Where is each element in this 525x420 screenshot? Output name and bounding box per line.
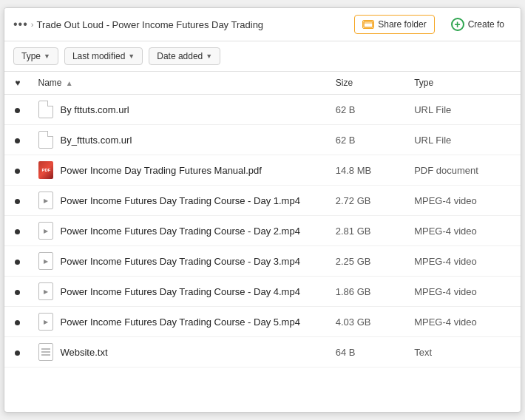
size-cell: 64 B (328, 337, 407, 368)
favorite-cell[interactable] (4, 216, 30, 246)
file-row-name: PDF Power Income Day Trading Futures Man… (38, 160, 320, 180)
file-row-name: Power Income Futures Day Trading Course … (38, 191, 320, 210)
favorite-cell[interactable] (4, 307, 30, 337)
main-window: ••• › Trade Out Loud - Power Income Futu… (4, 7, 521, 413)
file-name: Power Income Futures Day Trading Course … (60, 226, 299, 237)
file-icon-container (38, 282, 54, 301)
pdf-icon: PDF (38, 161, 53, 179)
table-row[interactable]: By_fttuts.com.url 62 B URL File (4, 125, 521, 155)
table-row[interactable]: Website.txt 64 B Text (4, 337, 521, 368)
type-cell: PDF document (407, 155, 521, 186)
date-added-filter-caret: ▼ (206, 52, 212, 60)
date-added-filter-button[interactable]: Date added ▼ (149, 47, 220, 65)
video-icon (38, 313, 53, 331)
file-row-name: Power Income Futures Day Trading Course … (38, 282, 320, 301)
name-cell: By fttuts.com.url (30, 95, 328, 125)
name-cell: By_fttuts.com.url (30, 125, 328, 155)
type-cell: MPEG-4 video (407, 186, 521, 216)
name-column-header[interactable]: Name ▲ (30, 72, 328, 95)
table-row[interactable]: Power Income Futures Day Trading Course … (4, 186, 521, 216)
table-row[interactable]: Power Income Futures Day Trading Course … (4, 216, 521, 246)
file-icon-container (38, 100, 54, 119)
create-icon: + (451, 18, 464, 31)
table-row[interactable]: Power Income Futures Day Trading Course … (4, 277, 521, 307)
size-cell: 1.86 GB (328, 277, 407, 307)
more-options-button[interactable]: ••• (13, 18, 28, 31)
favorite-column-header[interactable]: ♥ (4, 72, 30, 95)
header-actions: Share folder + Create fo (354, 14, 512, 35)
name-cell: Power Income Futures Day Trading Course … (30, 246, 328, 277)
table-row[interactable]: Power Income Futures Day Trading Course … (4, 246, 521, 277)
type-filter-caret: ▼ (44, 52, 50, 60)
favorite-dot (15, 350, 20, 356)
favorite-cell[interactable] (4, 337, 30, 368)
favorite-cell[interactable] (4, 155, 30, 186)
favorite-dot (15, 229, 20, 234)
last-modified-filter-button[interactable]: Last modified ▼ (64, 47, 143, 65)
favorite-dot (15, 260, 20, 265)
name-cell: Website.txt (30, 337, 328, 368)
favorite-cell[interactable] (4, 95, 30, 125)
size-cell: 62 B (328, 125, 407, 155)
video-icon (38, 252, 53, 270)
type-filter-label: Type (21, 51, 41, 61)
heart-icon: ♥ (15, 78, 20, 88)
size-cell: 14.8 MB (328, 155, 407, 186)
file-name: Power Income Futures Day Trading Course … (60, 256, 299, 267)
file-row-name: By fttuts.com.url (38, 100, 320, 119)
type-filter-button[interactable]: Type ▼ (13, 47, 58, 65)
table-row[interactable]: PDF Power Income Day Trading Futures Man… (4, 155, 521, 186)
file-name: Website.txt (60, 347, 107, 358)
favorite-cell[interactable] (4, 277, 30, 307)
create-folder-label: Create fo (468, 19, 504, 30)
table-header-row: ♥ Name ▲ Size Type (4, 72, 521, 95)
favorite-dot (15, 138, 20, 143)
file-table: ♥ Name ▲ Size Type (4, 72, 521, 368)
share-folder-icon (362, 20, 374, 29)
url-icon (38, 131, 53, 149)
breadcrumb: ••• › Trade Out Loud - Power Income Futu… (13, 18, 354, 31)
name-column-label: Name (38, 78, 61, 88)
file-icon-container (38, 312, 54, 331)
favorite-cell[interactable] (4, 246, 30, 277)
name-cell: Power Income Futures Day Trading Course … (30, 216, 328, 246)
favorite-dot (15, 199, 20, 204)
url-icon (38, 101, 53, 118)
file-row-name: Power Income Futures Day Trading Course … (38, 221, 320, 240)
type-column-header[interactable]: Type (407, 72, 521, 95)
size-cell: 2.81 GB (328, 216, 407, 246)
file-table-container: ♥ Name ▲ Size Type (4, 72, 521, 412)
size-cell: 4.03 GB (328, 307, 407, 337)
video-icon (38, 222, 53, 240)
type-cell: URL File (407, 95, 521, 125)
share-folder-label: Share folder (378, 19, 426, 30)
svg-rect-0 (364, 21, 373, 27)
name-cell: Power Income Futures Day Trading Course … (30, 277, 328, 307)
type-cell: Text (407, 337, 521, 368)
file-name: Power Income Futures Day Trading Course … (60, 195, 299, 206)
last-modified-filter-label: Last modified (72, 51, 125, 61)
table-row[interactable]: By fttuts.com.url 62 B URL File (4, 95, 521, 125)
favorite-cell[interactable] (4, 125, 30, 155)
file-icon-container: PDF (38, 160, 54, 180)
share-folder-button[interactable]: Share folder (354, 15, 434, 34)
file-icon-container (38, 191, 54, 210)
type-cell: MPEG-4 video (407, 307, 521, 337)
type-cell: MPEG-4 video (407, 277, 521, 307)
size-cell: 2.72 GB (328, 186, 407, 216)
table-row[interactable]: Power Income Futures Day Trading Course … (4, 307, 521, 337)
file-row-name: Power Income Futures Day Trading Course … (38, 312, 320, 331)
favorite-cell[interactable] (4, 186, 30, 216)
file-icon-container (38, 251, 54, 271)
type-cell: MPEG-4 video (407, 246, 521, 277)
date-added-filter-label: Date added (157, 51, 203, 61)
file-name: By_fttuts.com.url (60, 135, 132, 146)
create-folder-button[interactable]: + Create fo (444, 14, 512, 35)
type-column-label: Type (414, 78, 433, 88)
size-cell: 2.25 GB (328, 246, 407, 277)
video-icon (38, 282, 53, 300)
size-column-header[interactable]: Size (328, 72, 407, 95)
type-cell: URL File (407, 125, 521, 155)
name-cell: PDF Power Income Day Trading Futures Man… (30, 155, 328, 186)
file-name: By fttuts.com.url (60, 104, 129, 115)
